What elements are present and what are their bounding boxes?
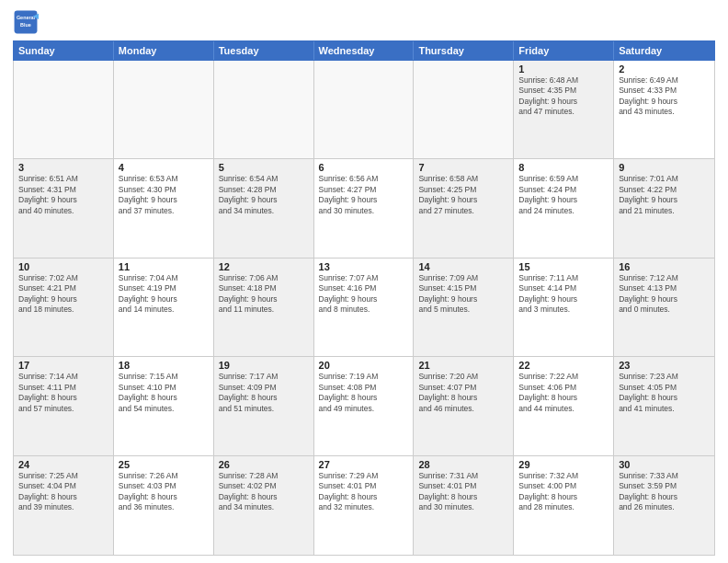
calendar-day-24: 24Sunrise: 7:25 AM Sunset: 4:04 PM Dayli…: [14, 456, 114, 555]
day-number: 2: [619, 63, 710, 75]
day-info: Sunrise: 7:17 AM Sunset: 4:09 PM Dayligh…: [219, 372, 309, 414]
calendar-day-9: 9Sunrise: 7:01 AM Sunset: 4:22 PM Daylig…: [614, 159, 714, 257]
day-number: 26: [219, 459, 309, 470]
calendar-day-11: 11Sunrise: 7:04 AM Sunset: 4:19 PM Dayli…: [114, 259, 214, 356]
day-info: Sunrise: 7:32 AM Sunset: 4:00 PM Dayligh…: [518, 471, 609, 513]
logo-icon: General Blue: [13, 9, 39, 35]
day-info: Sunrise: 7:04 AM Sunset: 4:19 PM Dayligh…: [119, 273, 209, 316]
day-number: 5: [219, 162, 309, 173]
calendar-day-7: 7Sunrise: 6:58 AM Sunset: 4:25 PM Daylig…: [414, 159, 514, 257]
calendar-day-21: 21Sunrise: 7:20 AM Sunset: 4:07 PM Dayli…: [414, 357, 514, 454]
day-info: Sunrise: 7:22 AM Sunset: 4:06 PM Dayligh…: [518, 372, 609, 414]
calendar-day-25: 25Sunrise: 7:26 AM Sunset: 4:03 PM Dayli…: [114, 456, 214, 555]
day-info: Sunrise: 6:51 AM Sunset: 4:31 PM Dayligh…: [18, 174, 108, 216]
day-number: 16: [619, 261, 710, 272]
calendar-day-27: 27Sunrise: 7:29 AM Sunset: 4:01 PM Dayli…: [314, 456, 415, 555]
day-number: 12: [219, 261, 309, 272]
page: General Blue SundayMondayTuesdayWednesda…: [0, 0, 728, 563]
day-number: 8: [518, 162, 609, 173]
calendar-day-16: 16Sunrise: 7:12 AM Sunset: 4:13 PM Dayli…: [614, 259, 714, 356]
day-info: Sunrise: 7:20 AM Sunset: 4:07 PM Dayligh…: [418, 372, 508, 414]
day-info: Sunrise: 6:49 AM Sunset: 4:33 PM Dayligh…: [619, 75, 710, 118]
svg-text:Blue: Blue: [20, 22, 31, 28]
day-number: 9: [619, 162, 710, 173]
calendar-day-5: 5Sunrise: 6:54 AM Sunset: 4:28 PM Daylig…: [214, 159, 314, 257]
day-info: Sunrise: 7:14 AM Sunset: 4:11 PM Dayligh…: [18, 372, 108, 414]
day-info: Sunrise: 7:33 AM Sunset: 3:59 PM Dayligh…: [619, 471, 710, 513]
weekday-header-sunday: Sunday: [14, 41, 114, 60]
calendar-row-3: 10Sunrise: 7:02 AM Sunset: 4:21 PM Dayli…: [14, 259, 714, 357]
calendar-day-15: 15Sunrise: 7:11 AM Sunset: 4:14 PM Dayli…: [514, 259, 614, 356]
day-number: 4: [119, 162, 209, 173]
calendar-day-10: 10Sunrise: 7:02 AM Sunset: 4:21 PM Dayli…: [14, 259, 114, 356]
calendar-day-18: 18Sunrise: 7:15 AM Sunset: 4:10 PM Dayli…: [114, 357, 214, 454]
calendar-day-4: 4Sunrise: 6:53 AM Sunset: 4:30 PM Daylig…: [114, 159, 214, 257]
day-number: 28: [418, 459, 508, 470]
day-info: Sunrise: 7:28 AM Sunset: 4:02 PM Dayligh…: [219, 471, 309, 513]
weekday-header-friday: Friday: [514, 41, 614, 60]
day-number: 14: [418, 261, 508, 272]
day-info: Sunrise: 6:56 AM Sunset: 4:27 PM Dayligh…: [319, 174, 409, 216]
calendar-day-26: 26Sunrise: 7:28 AM Sunset: 4:02 PM Dayli…: [214, 456, 314, 555]
calendar-empty-cell: [314, 61, 415, 158]
calendar-empty-cell: [414, 61, 514, 158]
day-number: 17: [18, 360, 108, 371]
calendar-day-29: 29Sunrise: 7:32 AM Sunset: 4:00 PM Dayli…: [514, 456, 614, 555]
day-number: 1: [518, 63, 609, 75]
svg-text:General: General: [17, 15, 36, 20]
weekday-header-tuesday: Tuesday: [214, 41, 314, 60]
calendar-row-4: 17Sunrise: 7:14 AM Sunset: 4:11 PM Dayli…: [14, 357, 714, 455]
day-number: 13: [319, 261, 409, 272]
day-info: Sunrise: 7:25 AM Sunset: 4:04 PM Dayligh…: [18, 471, 108, 513]
day-number: 30: [619, 459, 710, 470]
day-info: Sunrise: 7:23 AM Sunset: 4:05 PM Dayligh…: [619, 372, 710, 414]
day-info: Sunrise: 6:59 AM Sunset: 4:24 PM Dayligh…: [518, 174, 609, 216]
header: General Blue: [13, 9, 715, 35]
day-info: Sunrise: 7:12 AM Sunset: 4:13 PM Dayligh…: [619, 273, 710, 316]
calendar-day-17: 17Sunrise: 7:14 AM Sunset: 4:11 PM Dayli…: [14, 357, 114, 454]
day-number: 23: [619, 360, 710, 371]
calendar-empty-cell: [114, 61, 214, 158]
calendar-row-5: 24Sunrise: 7:25 AM Sunset: 4:04 PM Dayli…: [14, 456, 714, 555]
day-info: Sunrise: 7:06 AM Sunset: 4:18 PM Dayligh…: [219, 273, 309, 316]
day-info: Sunrise: 6:58 AM Sunset: 4:25 PM Dayligh…: [418, 174, 508, 216]
calendar-day-14: 14Sunrise: 7:09 AM Sunset: 4:15 PM Dayli…: [414, 259, 514, 356]
day-info: Sunrise: 7:11 AM Sunset: 4:14 PM Dayligh…: [518, 273, 609, 316]
calendar-body: 1Sunrise: 6:48 AM Sunset: 4:35 PM Daylig…: [13, 61, 715, 556]
calendar-empty-cell: [14, 61, 114, 158]
calendar-day-28: 28Sunrise: 7:31 AM Sunset: 4:01 PM Dayli…: [414, 456, 514, 555]
day-number: 22: [518, 360, 609, 371]
calendar-day-2: 2Sunrise: 6:49 AM Sunset: 4:33 PM Daylig…: [614, 61, 714, 158]
calendar-day-22: 22Sunrise: 7:22 AM Sunset: 4:06 PM Dayli…: [514, 357, 614, 454]
day-number: 25: [119, 459, 209, 470]
day-number: 11: [119, 261, 209, 272]
logo: General Blue: [13, 9, 42, 35]
calendar-day-30: 30Sunrise: 7:33 AM Sunset: 3:59 PM Dayli…: [614, 456, 714, 555]
day-number: 20: [319, 360, 409, 371]
day-info: Sunrise: 7:31 AM Sunset: 4:01 PM Dayligh…: [418, 471, 508, 513]
calendar-row-2: 3Sunrise: 6:51 AM Sunset: 4:31 PM Daylig…: [14, 159, 714, 258]
calendar-day-8: 8Sunrise: 6:59 AM Sunset: 4:24 PM Daylig…: [514, 159, 614, 257]
day-number: 15: [518, 261, 609, 272]
day-info: Sunrise: 7:07 AM Sunset: 4:16 PM Dayligh…: [319, 273, 409, 316]
day-info: Sunrise: 7:26 AM Sunset: 4:03 PM Dayligh…: [119, 471, 209, 513]
day-info: Sunrise: 6:54 AM Sunset: 4:28 PM Dayligh…: [219, 174, 309, 216]
calendar-day-3: 3Sunrise: 6:51 AM Sunset: 4:31 PM Daylig…: [14, 159, 114, 257]
calendar-day-12: 12Sunrise: 7:06 AM Sunset: 4:18 PM Dayli…: [214, 259, 314, 356]
day-number: 24: [18, 459, 108, 470]
calendar-empty-cell: [214, 61, 314, 158]
day-info: Sunrise: 7:19 AM Sunset: 4:08 PM Dayligh…: [319, 372, 409, 414]
day-info: Sunrise: 7:02 AM Sunset: 4:21 PM Dayligh…: [18, 273, 108, 316]
calendar: SundayMondayTuesdayWednesdayThursdayFrid…: [13, 40, 715, 556]
weekday-header-monday: Monday: [114, 41, 214, 60]
weekday-header-wednesday: Wednesday: [314, 41, 415, 60]
calendar-day-1: 1Sunrise: 6:48 AM Sunset: 4:35 PM Daylig…: [514, 61, 614, 158]
day-number: 21: [418, 360, 508, 371]
day-info: Sunrise: 7:15 AM Sunset: 4:10 PM Dayligh…: [119, 372, 209, 414]
day-info: Sunrise: 6:48 AM Sunset: 4:35 PM Dayligh…: [518, 75, 609, 118]
day-number: 10: [18, 261, 108, 272]
day-number: 19: [219, 360, 309, 371]
calendar-row-1: 1Sunrise: 6:48 AM Sunset: 4:35 PM Daylig…: [14, 61, 714, 159]
calendar-day-20: 20Sunrise: 7:19 AM Sunset: 4:08 PM Dayli…: [314, 357, 415, 454]
day-info: Sunrise: 7:29 AM Sunset: 4:01 PM Dayligh…: [319, 471, 409, 513]
